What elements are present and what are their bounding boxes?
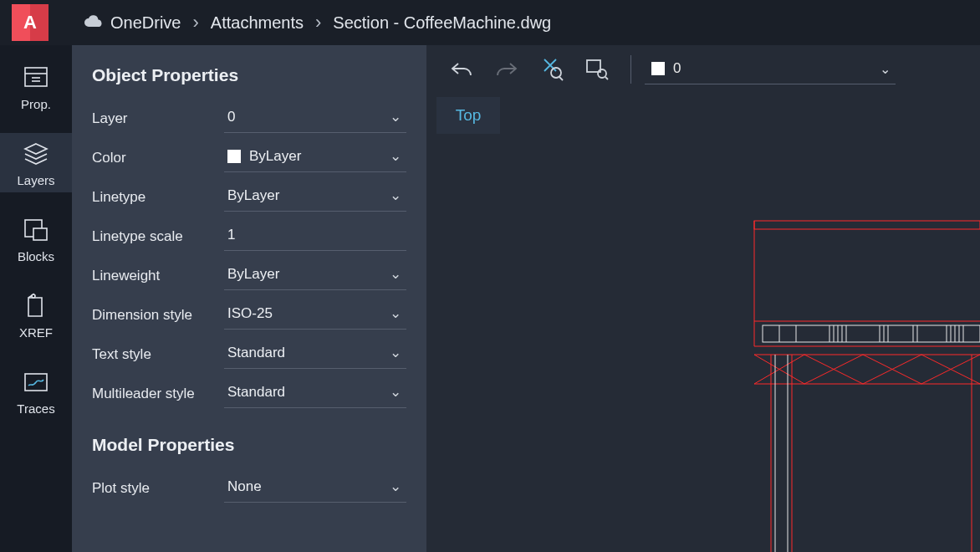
- prop-linetype-scale-value: 1: [227, 227, 235, 243]
- breadcrumb: OneDrive › Attachments › Section - Coffe…: [84, 12, 551, 33]
- breadcrumb-file[interactable]: Section - CoffeeMachine.dwg: [333, 13, 551, 33]
- prop-linetype-scale-input[interactable]: 1: [224, 222, 406, 251]
- color-swatch: [227, 150, 241, 163]
- redo-button[interactable]: [487, 50, 527, 89]
- prop-textstyle-label: Text style: [92, 346, 216, 363]
- prop-plotstyle-label: Plot style: [92, 480, 216, 497]
- prop-layer-label: Layer: [92, 110, 216, 127]
- chevron-down-icon: ⌄: [390, 108, 401, 125]
- prop-color-dropdown[interactable]: ByLayer ⌄: [224, 143, 406, 172]
- undo-button[interactable]: [442, 50, 482, 89]
- chevron-down-icon: ⌄: [390, 478, 401, 495]
- rail-item-traces[interactable]: Traces: [0, 361, 72, 421]
- layer-color-swatch: [651, 62, 665, 75]
- prop-multileader-value: Standard: [227, 384, 285, 401]
- rail-item-label: Traces: [17, 401, 54, 416]
- view-cube-label: Top: [456, 106, 482, 125]
- breadcrumb-bar: A OneDrive › Attachments › Section - Cof…: [0, 0, 980, 45]
- rail-item-xref[interactable]: XREF: [0, 285, 72, 345]
- prop-lineweight-dropdown[interactable]: ByLayer ⌄: [224, 261, 406, 290]
- rail-item-properties[interactable]: Prop.: [0, 57, 72, 116]
- breadcrumb-separator-1: ›: [192, 12, 198, 33]
- prop-linetype-label: Linetype: [92, 189, 216, 206]
- rail-item-blocks[interactable]: Blocks: [0, 209, 72, 268]
- svg-rect-30: [763, 325, 980, 342]
- svg-rect-0: [25, 68, 47, 86]
- canvas-toolbar: 0 ⌄: [426, 45, 980, 94]
- chevron-down-icon: ⌄: [880, 60, 891, 76]
- prop-plotstyle-value: None: [227, 478, 262, 495]
- svg-line-12: [605, 77, 608, 79]
- app-logo-letter: A: [23, 12, 37, 33]
- properties-icon: [18, 62, 54, 94]
- prop-textstyle-dropdown[interactable]: Standard ⌄: [224, 340, 406, 369]
- canvas-area[interactable]: 0 ⌄ Top: [426, 45, 980, 552]
- prop-linetype-scale-label: Linetype scale: [92, 228, 216, 245]
- rail-item-layers[interactable]: Layers: [0, 133, 72, 192]
- canvas-layer-value: 0: [673, 60, 681, 77]
- chevron-down-icon: ⌄: [390, 344, 401, 361]
- svg-point-11: [598, 69, 606, 78]
- toolbar-separator: [630, 55, 631, 84]
- prop-color-label: Color: [92, 150, 216, 166]
- svg-rect-13: [754, 221, 980, 229]
- svg-rect-10: [587, 60, 600, 72]
- zoom-extents-button[interactable]: [532, 50, 572, 89]
- rail-item-label: XREF: [19, 325, 53, 340]
- traces-icon: [18, 366, 54, 398]
- properties-panel: Object Properties Layer 0 ⌄ Color ByLaye…: [72, 45, 426, 552]
- prop-dimstyle-label: Dimension style: [92, 307, 216, 324]
- breadcrumb-root[interactable]: OneDrive: [84, 13, 181, 33]
- svg-point-6: [32, 294, 35, 298]
- chevron-down-icon: ⌄: [390, 383, 401, 401]
- prop-multileader-dropdown[interactable]: Standard ⌄: [224, 379, 406, 408]
- sidebar-rail: Prop. Layers Blocks: [0, 45, 72, 552]
- svg-rect-5: [33, 228, 47, 240]
- prop-textstyle-value: Standard: [227, 345, 285, 361]
- prop-plotstyle-dropdown[interactable]: None ⌄: [224, 473, 406, 503]
- onedrive-icon: [84, 13, 104, 33]
- svg-point-8: [551, 68, 561, 78]
- xref-icon: [18, 290, 54, 322]
- app-logo[interactable]: A: [12, 4, 48, 41]
- object-properties-title: Object Properties: [92, 65, 406, 85]
- rail-item-label: Layers: [17, 173, 54, 187]
- breadcrumb-root-label: OneDrive: [110, 13, 181, 33]
- chevron-down-icon: ⌄: [390, 147, 401, 165]
- prop-layer-dropdown[interactable]: 0 ⌄: [224, 104, 406, 133]
- prop-layer-value: 0: [227, 109, 235, 125]
- chevron-down-icon: ⌄: [390, 187, 401, 204]
- zoom-window-button[interactable]: [577, 50, 617, 89]
- view-cube-badge[interactable]: Top: [436, 97, 500, 134]
- prop-dimstyle-value: ISO-25: [227, 305, 273, 322]
- canvas-layer-dropdown[interactable]: 0 ⌄: [645, 55, 896, 84]
- chevron-down-icon: ⌄: [390, 304, 401, 322]
- blocks-icon: [18, 214, 54, 246]
- model-properties-title: Model Properties: [92, 435, 406, 455]
- drawing-viewport[interactable]: [746, 221, 980, 552]
- prop-linetype-dropdown[interactable]: ByLayer ⌄: [224, 182, 406, 212]
- prop-linetype-value: ByLayer: [227, 187, 279, 204]
- prop-multileader-label: Multileader style: [92, 386, 216, 402]
- rail-item-label: Blocks: [18, 249, 54, 263]
- prop-color-value: ByLayer: [249, 148, 301, 165]
- svg-line-9: [559, 77, 563, 80]
- prop-dimstyle-dropdown[interactable]: ISO-25 ⌄: [224, 300, 406, 330]
- prop-lineweight-label: Lineweight: [92, 268, 216, 284]
- breadcrumb-separator-2: ›: [315, 12, 321, 33]
- breadcrumb-folder[interactable]: Attachments: [211, 13, 304, 33]
- layers-icon: [18, 138, 54, 170]
- rail-item-label: Prop.: [21, 97, 51, 111]
- chevron-down-icon: ⌄: [390, 265, 401, 283]
- prop-lineweight-value: ByLayer: [227, 266, 279, 283]
